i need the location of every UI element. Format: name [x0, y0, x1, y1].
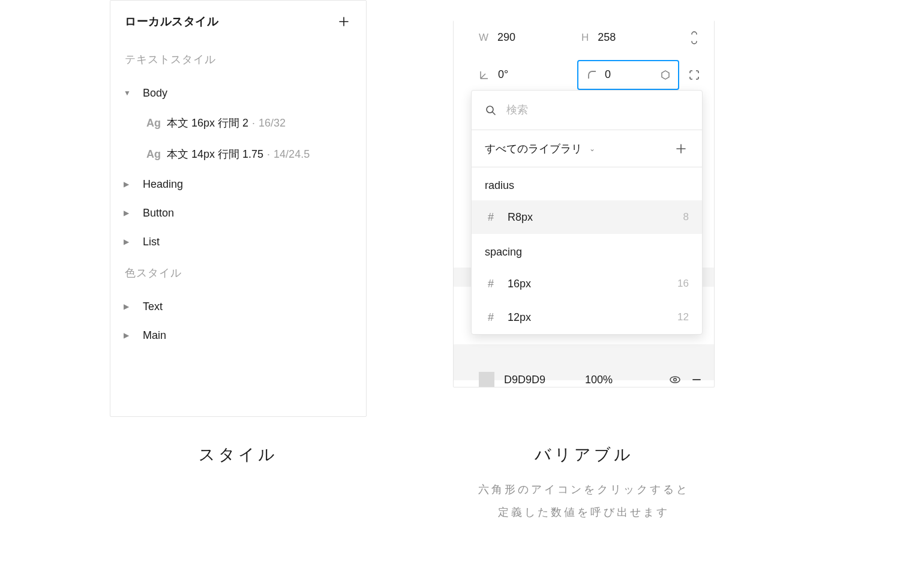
variable-item-16px[interactable]: # 16px 16: [472, 267, 702, 300]
library-filter-dropdown[interactable]: すべてのライブラリ ⌄: [485, 142, 595, 156]
width-field[interactable]: W 290: [479, 31, 577, 44]
caption-note-2: 定義した数値を呼び出せます: [453, 501, 715, 524]
group-body-label: Body: [136, 87, 167, 100]
number-variable-icon: #: [485, 211, 497, 224]
variable-value: 8: [683, 211, 689, 223]
text-style-name: 本文 16px 行間 2: [167, 116, 248, 130]
variable-search-input[interactable]: [506, 104, 689, 116]
number-variable-icon: #: [485, 278, 497, 290]
text-style-body-14[interactable]: Ag 本文 14px 行間 1.75 · 14/24.5: [110, 139, 366, 170]
caret-down-icon: ▼: [124, 89, 136, 97]
local-styles-header: ローカルスタイル: [110, 14, 366, 43]
caption-note-1: 六角形のアイコンをクリックすると: [453, 479, 715, 501]
variable-group-radius: radius: [472, 167, 702, 200]
variable-item-r8px[interactable]: # R8px 8: [472, 200, 702, 234]
group-main[interactable]: ▶ Main: [110, 321, 366, 350]
fill-swatch: [479, 372, 494, 387]
angle-icon: [479, 70, 490, 80]
corner-radius-field[interactable]: 0: [577, 60, 679, 90]
caret-right-icon: ▶: [124, 331, 136, 339]
plus-icon: [675, 143, 687, 155]
number-variable-icon: #: [485, 311, 497, 324]
variable-value: 16: [677, 278, 689, 290]
text-style-meta: 16/32: [259, 117, 286, 130]
rotation-radius-row: 0° 0: [454, 58, 714, 92]
group-button-label: Button: [136, 207, 174, 220]
local-styles-title: ローカルスタイル: [125, 14, 218, 29]
caret-right-icon: ▶: [124, 302, 136, 311]
link-icon: [689, 31, 700, 45]
group-text[interactable]: ▶ Text: [110, 292, 366, 321]
width-key: W: [479, 32, 489, 44]
visibility-icon[interactable]: [668, 373, 682, 386]
text-style-meta: 14/24.5: [274, 148, 310, 161]
variable-item-12px[interactable]: # 12px 12: [472, 300, 702, 334]
add-style-button[interactable]: [336, 14, 352, 29]
height-value: 258: [598, 31, 616, 44]
width-value: 290: [497, 31, 515, 44]
group-list-label: List: [136, 236, 160, 248]
caption-variables: バリアブル: [453, 444, 715, 465]
group-text-label: Text: [136, 300, 163, 313]
fill-opacity: 100%: [585, 374, 613, 386]
variable-search-row: [472, 91, 702, 130]
caption-styles: スタイル: [110, 444, 367, 465]
size-row: W 290 H 258: [454, 20, 714, 55]
caret-right-icon: ▶: [124, 209, 136, 217]
caret-right-icon: ▶: [124, 180, 136, 188]
variable-name: R8px: [508, 211, 533, 224]
local-styles-panel: ローカルスタイル テキストスタイル ▼ Body Ag 本文 16px 行間 2…: [110, 0, 367, 417]
corner-radius-value: 0: [605, 68, 611, 81]
color-styles-section-label: 色スタイル: [110, 256, 366, 292]
library-filter-label: すべてのライブラリ: [485, 142, 582, 156]
text-styles-section-label: テキストスタイル: [110, 43, 366, 79]
plus-icon: [338, 16, 350, 28]
hexagon-icon: [660, 70, 671, 80]
variable-group-spacing: spacing: [472, 234, 702, 267]
rotation-field[interactable]: 0°: [479, 68, 572, 81]
svg-point-2: [487, 106, 493, 113]
group-body[interactable]: ▼ Body: [110, 79, 366, 107]
create-variable-button[interactable]: [673, 141, 689, 157]
minus-icon[interactable]: [691, 374, 702, 385]
text-style-name: 本文 14px 行間 1.75: [167, 147, 263, 161]
svg-point-0: [670, 377, 680, 383]
variable-picker-popover: すべてのライブラリ ⌄ radius # R8px 8 spacing # 16…: [471, 90, 703, 335]
search-icon: [485, 104, 497, 116]
rotation-value: 0°: [498, 68, 508, 81]
caret-right-icon: ▶: [124, 238, 136, 246]
text-style-icon: Ag: [146, 148, 167, 161]
library-filter-row: すべてのライブラリ ⌄: [472, 130, 702, 167]
group-heading-label: Heading: [136, 178, 183, 191]
group-heading[interactable]: ▶ Heading: [110, 170, 366, 199]
variable-name: 12px: [508, 311, 531, 324]
apply-variable-button[interactable]: [659, 68, 672, 82]
group-main-label: Main: [136, 329, 166, 342]
text-style-body-16[interactable]: Ag 本文 16px 行間 2 · 16/32: [110, 107, 366, 139]
height-key: H: [581, 32, 589, 44]
corner-radius-icon: [587, 70, 598, 80]
variable-name: 16px: [508, 278, 531, 290]
text-style-icon: Ag: [146, 117, 167, 130]
height-field[interactable]: H 258: [581, 31, 679, 44]
independent-corners-icon: [688, 69, 700, 81]
constrain-proportions-button[interactable]: [684, 28, 704, 48]
svg-point-1: [674, 378, 677, 381]
group-list[interactable]: ▶ List: [110, 227, 366, 256]
fill-hex: D9D9D9: [504, 374, 545, 386]
independent-corners-button[interactable]: [684, 65, 704, 85]
variable-value: 12: [677, 311, 689, 323]
group-button[interactable]: ▶ Button: [110, 199, 366, 227]
chevron-down-icon: ⌄: [587, 145, 595, 153]
fill-row[interactable]: D9D9D9 100%: [454, 357, 714, 387]
